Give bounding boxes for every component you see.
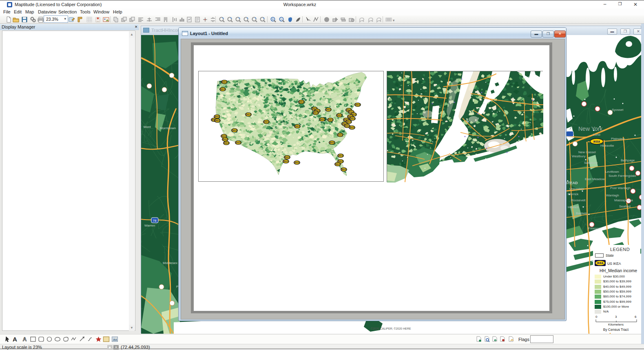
- svg-text:New York: New York: [578, 125, 603, 132]
- svg-text:IKEA: IKEA: [215, 115, 219, 118]
- svg-text:Westbury: Westbury: [572, 154, 586, 158]
- svg-text:IKEA: IKEA: [326, 108, 331, 111]
- svg-text:IKEA: IKEA: [350, 126, 354, 129]
- svg-text:Warren: Warren: [144, 224, 155, 227]
- svg-text:Bethpage: Bethpage: [621, 158, 635, 162]
- svg-text:Hewlett: Hewlett: [568, 205, 579, 209]
- svg-text:IKEA: IKEA: [350, 117, 355, 120]
- svg-text:IKEA: IKEA: [299, 101, 304, 103]
- svg-text:New Cassel: New Cassel: [578, 150, 596, 154]
- svg-text:IKEA: IKEA: [232, 129, 237, 132]
- svg-text:IKEA: IKEA: [222, 81, 227, 83]
- svg-text:IKEA: IKEA: [328, 119, 333, 121]
- svg-text:IKEA: IKEA: [330, 141, 334, 144]
- svg-text:IKEA: IKEA: [345, 125, 350, 127]
- svg-text:Freeport: Freeport: [588, 227, 601, 230]
- svg-text:78: 78: [153, 219, 157, 222]
- svg-text:IKEA: IKEA: [264, 121, 269, 123]
- svg-text:IKEA: IKEA: [593, 140, 600, 143]
- svg-text:Wantagh: Wantagh: [606, 194, 619, 197]
- svg-text:Roosevelt: Roosevelt: [571, 198, 586, 202]
- svg-text:Baldwin: Baldwin: [576, 211, 587, 215]
- svg-text:IKEA: IKEA: [338, 154, 343, 157]
- svg-text:IKEA: IKEA: [220, 88, 225, 90]
- svg-text:IKEA: IKEA: [355, 103, 360, 106]
- svg-text:IKEA: IKEA: [215, 119, 220, 122]
- svg-text:Hicksville: Hicksville: [600, 144, 614, 147]
- svg-text:Mont: Mont: [144, 125, 151, 129]
- svg-text:Syosset: Syosset: [612, 108, 624, 112]
- svg-text:©2020 CALIPER; ©2020 HERE: ©2020 CALIPER; ©2020 HERE: [371, 327, 411, 330]
- svg-text:East Meadow: East Meadow: [585, 177, 605, 181]
- svg-text:IKEA: IKEA: [236, 141, 241, 144]
- svg-text:IKEA: IKEA: [223, 138, 228, 141]
- svg-text:Seaford: Seaford: [619, 205, 631, 208]
- svg-text:Uniondale: Uniondale: [569, 187, 584, 191]
- svg-text:IKEA: IKEA: [285, 156, 290, 158]
- svg-text:Middlesex: Middlesex: [163, 261, 177, 265]
- svg-text:Lond: Lond: [593, 133, 600, 136]
- svg-text:IKEA: IKEA: [338, 160, 343, 163]
- svg-text:IKEA: IKEA: [335, 163, 340, 165]
- svg-text:Levittown: Levittown: [605, 170, 619, 174]
- svg-text:IKEA: IKEA: [295, 125, 300, 128]
- svg-text:South Farmingdale: South Farmingdale: [609, 174, 636, 178]
- svg-text:IKEA: IKEA: [221, 135, 226, 137]
- svg-text:IKEA: IKEA: [246, 113, 251, 116]
- svg-text:Post Wantagh: Post Wantagh: [610, 186, 631, 190]
- svg-text:IKEA: IKEA: [337, 114, 342, 117]
- svg-text:IKEA: IKEA: [294, 161, 299, 164]
- svg-text:Morristown: Morristown: [160, 126, 176, 130]
- svg-text:IKEA: IKEA: [224, 142, 229, 144]
- svg-text:Salisbury: Salisbury: [584, 161, 598, 165]
- svg-text:IKEA: IKEA: [283, 160, 288, 163]
- svg-text:STEAD: STEAD: [565, 181, 578, 185]
- svg-text:IKEA: IKEA: [341, 168, 346, 171]
- svg-text:IKEA: IKEA: [313, 112, 318, 114]
- svg-text:Plainview: Plainview: [611, 137, 625, 141]
- svg-text:IKEA: IKEA: [320, 118, 325, 121]
- svg-text:A: A: [23, 336, 27, 342]
- svg-text:IKEA: IKEA: [338, 134, 343, 136]
- svg-text:Massapequa: Massapequa: [614, 198, 633, 202]
